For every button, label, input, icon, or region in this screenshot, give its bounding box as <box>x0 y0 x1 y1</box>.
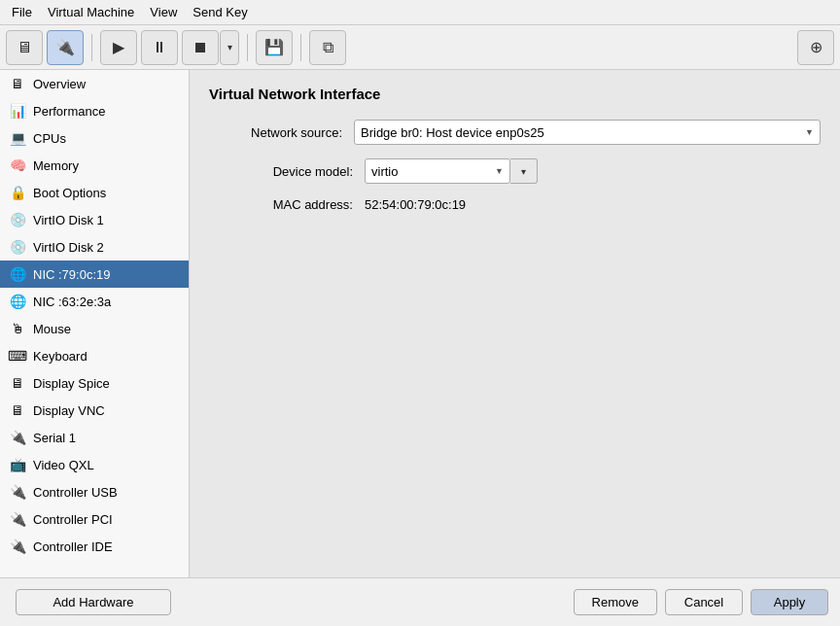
toolbar: 🖥 🔌 ▶ ⏸ ⏹ ▾ 💾 ⧉ ⊕ <box>0 25 840 70</box>
sidebar-label-controller-ide: Controller IDE <box>33 539 113 554</box>
overview-icon: 🖥 <box>8 74 27 93</box>
sidebar-item-boot-options[interactable]: 🔒 Boot Options <box>0 179 189 206</box>
display-spice-icon: 🖥 <box>8 373 27 393</box>
mac-address-control: 52:54:00:79:0c:19 <box>365 197 466 212</box>
nic-79-icon: 🌐 <box>8 264 27 284</box>
sidebar-item-mouse[interactable]: 🖱 Mouse <box>0 315 189 342</box>
sidebar-item-display-spice[interactable]: 🖥 Display Spice <box>0 369 189 397</box>
bottombar: Add Hardware Remove Cancel Apply <box>0 577 840 626</box>
sidebar-label-controller-pci: Controller PCI <box>33 512 113 527</box>
main-area: 🖥 Overview 📊 Performance 💻 CPUs 🧠 Memory… <box>0 70 840 577</box>
sidebar-item-keyboard[interactable]: ⌨ Keyboard <box>0 342 189 369</box>
fullscreen-button[interactable]: ⊕ <box>797 30 834 65</box>
sidebar-label-virtio-disk-2: VirtIO Disk 2 <box>33 240 104 255</box>
sidebar-item-virtio-disk-1[interactable]: 💿 VirtIO Disk 1 <box>0 206 189 233</box>
sidebar-label-nic-79: NIC :79:0c:19 <box>33 267 111 282</box>
device-model-label: Device model: <box>209 164 365 179</box>
sidebar-label-video-qxl: Video QXL <box>33 458 94 472</box>
clone-button[interactable]: ⧉ <box>309 30 346 65</box>
mac-address-row: MAC address: 52:54:00:79:0c:19 <box>209 197 821 212</box>
page-title: Virtual Network Interface <box>209 86 821 102</box>
sidebar-label-performance: Performance <box>33 104 105 119</box>
menu-view[interactable]: View <box>142 3 185 21</box>
network-source-label: Network source: <box>209 125 354 140</box>
controller-pci-icon: 🔌 <box>8 509 27 529</box>
device-model-dropdown-btn[interactable]: ▾ <box>510 158 538 184</box>
virtio-disk-1-icon: 💿 <box>8 210 27 229</box>
stop-dropdown[interactable]: ▾ <box>220 30 239 65</box>
sidebar: 🖥 Overview 📊 Performance 💻 CPUs 🧠 Memory… <box>0 70 190 577</box>
sidebar-item-overview[interactable]: 🖥 Overview <box>0 70 189 97</box>
details-button[interactable]: 🔌 <box>47 30 84 65</box>
menubar: File Virtual Machine View Send Key <box>0 0 840 25</box>
sidebar-item-nic-63[interactable]: 🌐 NIC :63:2e:3a <box>0 288 189 315</box>
sidebar-label-display-spice: Display Spice <box>33 376 110 391</box>
keyboard-icon: ⌨ <box>8 346 27 365</box>
sidebar-item-performance[interactable]: 📊 Performance <box>0 97 189 124</box>
network-source-control: Bridge br0: Host device enp0s25NATIsolat… <box>354 120 821 145</box>
device-model-row: Device model: virtioe1000rtl8139 ▾ <box>209 158 821 184</box>
device-model-control: virtioe1000rtl8139 ▾ <box>365 158 538 184</box>
performance-icon: 📊 <box>8 101 27 121</box>
sidebar-item-video-qxl[interactable]: 📺 Video QXL <box>0 451 189 478</box>
memory-icon: 🧠 <box>8 156 27 175</box>
stop-button[interactable]: ⏹ <box>182 30 219 65</box>
network-source-wrapper: Bridge br0: Host device enp0s25NATIsolat… <box>354 120 821 145</box>
display-vnc-icon: 🖥 <box>8 400 27 420</box>
content-area: Virtual Network Interface Network source… <box>190 70 840 577</box>
device-model-select[interactable]: virtioe1000rtl8139 <box>365 158 510 184</box>
cpus-icon: 💻 <box>8 128 27 148</box>
pause-button[interactable]: ⏸ <box>141 30 178 65</box>
network-source-row: Network source: Bridge br0: Host device … <box>209 120 821 145</box>
sidebar-label-mouse: Mouse <box>33 322 71 336</box>
controller-usb-icon: 🔌 <box>8 482 27 502</box>
sidebar-label-nic-63: NIC :63:2e:3a <box>33 295 111 309</box>
mac-address-label: MAC address: <box>209 197 365 212</box>
add-hardware-button[interactable]: Add Hardware <box>16 589 171 615</box>
toolbar-sep-3 <box>300 34 301 61</box>
sidebar-label-memory: Memory <box>33 158 79 173</box>
serial-1-icon: 🔌 <box>8 428 27 447</box>
play-button[interactable]: ▶ <box>100 30 137 65</box>
sidebar-label-cpus: CPUs <box>33 131 66 146</box>
menu-file[interactable]: File <box>4 3 40 21</box>
sidebar-item-nic-79[interactable]: 🌐 NIC :79:0c:19 <box>0 261 189 288</box>
network-source-select[interactable]: Bridge br0: Host device enp0s25NATIsolat… <box>354 120 821 145</box>
virtio-disk-2-icon: 💿 <box>8 237 27 257</box>
remove-button[interactable]: Remove <box>574 589 657 615</box>
sidebar-label-serial-1: Serial 1 <box>33 431 76 445</box>
device-model-wrapper: virtioe1000rtl8139 <box>365 158 510 184</box>
toolbar-sep-2 <box>247 34 248 61</box>
sidebar-item-controller-usb[interactable]: 🔌 Controller USB <box>0 478 189 505</box>
screen-button[interactable]: 🖥 <box>6 30 43 65</box>
sidebar-label-boot-options: Boot Options <box>33 186 106 200</box>
toolbar-sep-1 <box>91 34 92 61</box>
sidebar-label-display-vnc: Display VNC <box>33 403 105 418</box>
sidebar-item-controller-ide[interactable]: 🔌 Controller IDE <box>0 533 189 560</box>
bottom-actions: Remove Cancel Apply <box>574 589 828 615</box>
apply-button[interactable]: Apply <box>751 589 828 615</box>
sidebar-item-memory[interactable]: 🧠 Memory <box>0 152 189 179</box>
sidebar-label-keyboard: Keyboard <box>33 349 88 364</box>
sidebar-item-display-vnc[interactable]: 🖥 Display VNC <box>0 397 189 424</box>
nic-63-icon: 🌐 <box>8 292 27 311</box>
sidebar-item-cpus[interactable]: 💻 CPUs <box>0 124 189 152</box>
sidebar-label-overview: Overview <box>33 77 86 91</box>
menu-send-key[interactable]: Send Key <box>185 3 255 21</box>
sidebar-item-virtio-disk-2[interactable]: 💿 VirtIO Disk 2 <box>0 233 189 261</box>
sidebar-item-controller-pci[interactable]: 🔌 Controller PCI <box>0 505 189 533</box>
cancel-button[interactable]: Cancel <box>665 589 743 615</box>
sidebar-item-serial-1[interactable]: 🔌 Serial 1 <box>0 424 189 451</box>
controller-ide-icon: 🔌 <box>8 537 27 556</box>
menu-virtual-machine[interactable]: Virtual Machine <box>40 3 142 21</box>
sidebar-label-virtio-disk-1: VirtIO Disk 1 <box>33 213 104 227</box>
snapshot-button[interactable]: 💾 <box>256 30 293 65</box>
boot-options-icon: 🔒 <box>8 183 27 202</box>
mouse-icon: 🖱 <box>8 319 27 338</box>
sidebar-label-controller-usb: Controller USB <box>33 485 118 500</box>
video-qxl-icon: 📺 <box>8 455 27 474</box>
mac-address-value: 52:54:00:79:0c:19 <box>365 197 466 212</box>
